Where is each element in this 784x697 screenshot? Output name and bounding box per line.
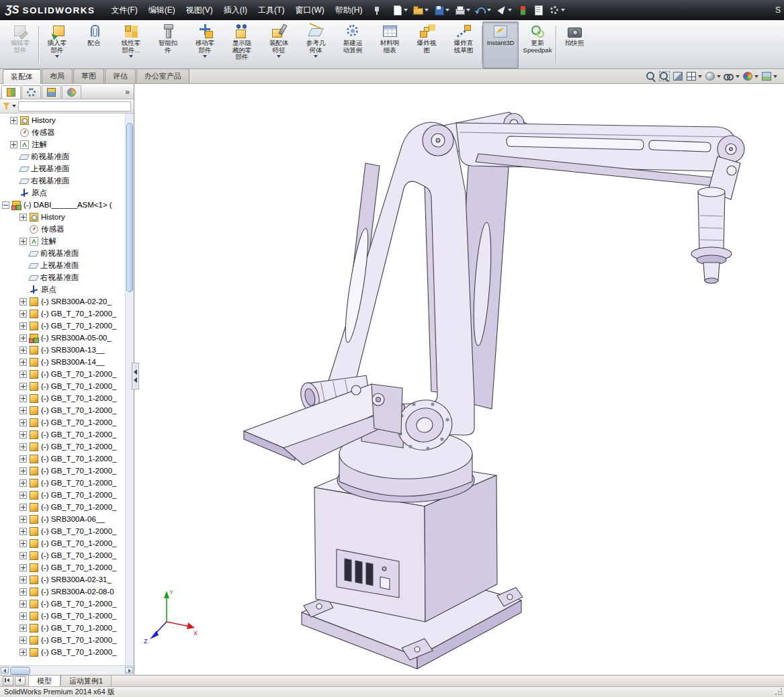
tree-expander[interactable]: [19, 540, 27, 547]
quick-tool-button[interactable]: [531, 4, 546, 16]
command-button[interactable]: Instant3D: [482, 21, 519, 68]
dropdown-caret[interactable]: [466, 9, 470, 11]
dropdown-caret[interactable]: [445, 9, 449, 11]
tree-item[interactable]: (-) GB_T_70_1-2000_: [0, 501, 126, 513]
tree-item[interactable]: (-) GB_T_70_1-2000_: [0, 392, 126, 404]
quick-tool-button[interactable]: [494, 4, 513, 16]
tree-item[interactable]: (-) GB_T_70_1-2000_: [0, 549, 126, 561]
tree-expander[interactable]: [19, 383, 27, 390]
quick-tool-button[interactable]: [453, 4, 472, 16]
tree-expander[interactable]: [19, 576, 27, 584]
tree-expander[interactable]: [19, 612, 27, 620]
dropdown-caret[interactable]: [754, 75, 758, 78]
dropdown-caret[interactable]: [277, 55, 281, 58]
tree-item[interactable]: (-) GB_T_70_1-2000_: [0, 622, 126, 634]
view-tool-button[interactable]: [672, 71, 683, 81]
panel-expand-button[interactable]: »: [125, 87, 134, 99]
dropdown-caret[interactable]: [508, 9, 512, 11]
view-tool-button[interactable]: [686, 71, 702, 81]
tree-item[interactable]: (-) GB_T_70_1-2000_: [0, 537, 126, 549]
tree-item[interactable]: (-) GB_T_70_1-2000_: [0, 320, 126, 332]
tree-item[interactable]: 右视基准面: [0, 271, 126, 283]
robot-model[interactable]: [244, 112, 744, 669]
tree-expander[interactable]: [19, 649, 27, 656]
tree-item[interactable]: (-) GB_T_70_1-2000_: [0, 477, 126, 489]
command-button[interactable]: 插入零 部件: [39, 21, 75, 68]
tree-item[interactable]: (-) GB_T_70_1-2000_: [0, 416, 126, 428]
panel-tab[interactable]: [42, 85, 61, 99]
command-button[interactable]: 拍快照: [556, 21, 593, 68]
tree-item[interactable]: (-) GB_T_70_1-2000_: [0, 465, 126, 477]
tree-expander[interactable]: [19, 479, 27, 487]
tree-expander[interactable]: [19, 504, 27, 511]
menu-item[interactable]: 插入(I): [218, 1, 253, 19]
tree-item[interactable]: 前视基准面: [0, 247, 126, 259]
model-tab[interactable]: 模型: [28, 676, 60, 686]
tree-vertical-scrollbar[interactable]: [125, 113, 134, 665]
tree-expander[interactable]: [2, 201, 9, 209]
dropdown-caret[interactable]: [12, 105, 16, 107]
tree-expander[interactable]: [19, 455, 27, 463]
command-button[interactable]: 配合: [76, 21, 112, 68]
resize-grip[interactable]: [775, 688, 782, 695]
command-button[interactable]: 装配体 特征: [261, 21, 297, 68]
view-tool-button[interactable]: [705, 71, 721, 81]
tree-item[interactable]: (-) GB_T_70_1-2000_: [0, 610, 126, 622]
tree-item[interactable]: (-) GB_T_70_1-2000_: [0, 598, 126, 610]
tree-item[interactable]: (-) GB_T_70_1-2000_: [0, 368, 126, 380]
tree-item[interactable]: 原点: [0, 283, 126, 295]
tree-item[interactable]: (-) SRB300A-02-31_: [0, 573, 126, 586]
tree-item[interactable]: 原点: [0, 187, 126, 199]
menu-item[interactable]: 编辑(E): [143, 1, 181, 19]
tree-horizontal-scrollbar[interactable]: [0, 665, 134, 675]
menu-item[interactable]: 窗口(W): [290, 1, 329, 19]
tree-expander[interactable]: [19, 334, 27, 342]
command-button[interactable]: 编辑零 部件: [2, 21, 38, 68]
dropdown-caret[interactable]: [698, 75, 702, 78]
tree-expander[interactable]: [19, 310, 27, 318]
dropdown-caret[interactable]: [736, 75, 740, 78]
commandmanager-tab[interactable]: 办公室产品: [136, 68, 189, 83]
tree-expander[interactable]: [19, 600, 27, 608]
command-button[interactable]: 更新 Speedpak: [519, 21, 556, 68]
tree-item[interactable]: (-) GB_T_70_1-2000_: [0, 646, 126, 658]
quick-tool-button[interactable]: [390, 4, 409, 16]
command-button[interactable]: 参考几 何体: [298, 21, 334, 68]
view-tool-button[interactable]: [761, 71, 777, 81]
tree-item[interactable]: (-) SRB300A-02-08-0: [0, 586, 126, 598]
tree-item[interactable]: (-) GB_T_70_1-2000_: [0, 428, 126, 440]
tree-expander[interactable]: [19, 431, 27, 438]
tree-expander[interactable]: [19, 322, 27, 330]
tree-item[interactable]: 上视基准面: [0, 162, 126, 175]
tree-item[interactable]: (-) DABI______ASM<1> (: [0, 199, 126, 211]
tree-item[interactable]: History: [0, 114, 126, 126]
commandmanager-tab[interactable]: 评估: [105, 68, 136, 83]
dropdown-caret[interactable]: [425, 9, 429, 11]
panel-tab[interactable]: [1, 85, 21, 99]
tree-item[interactable]: (-) GB_T_70_1-2000_: [0, 404, 126, 416]
scrollbar-thumb[interactable]: [126, 123, 133, 292]
commandmanager-tab[interactable]: 装配体: [3, 69, 41, 84]
tree-item[interactable]: (-) SRB300A-05-00_: [0, 332, 126, 344]
tree-expander[interactable]: [19, 492, 27, 499]
tree-expander[interactable]: [19, 637, 27, 644]
panel-splitter[interactable]: [132, 363, 139, 389]
command-button[interactable]: 智能扣 件: [150, 21, 186, 68]
view-tool-button[interactable]: [646, 71, 656, 81]
dropdown-caret[interactable]: [561, 9, 565, 11]
tree-expander[interactable]: [19, 443, 27, 451]
quick-tool-button[interactable]: [474, 4, 492, 16]
tree-expander[interactable]: [19, 214, 27, 221]
tree-expander[interactable]: [19, 588, 27, 596]
scroll-right-button[interactable]: [125, 667, 133, 673]
quick-tool-button[interactable]: [515, 4, 529, 16]
tree-expander[interactable]: [19, 467, 27, 475]
tree-item[interactable]: 前视基准面: [0, 150, 126, 162]
tree-expander[interactable]: [19, 419, 27, 426]
tree-item[interactable]: (-) SRB300A-13__: [0, 344, 126, 356]
tree-expander[interactable]: [19, 564, 27, 571]
command-button[interactable]: 显示隐 藏的零 部件: [224, 21, 260, 68]
panel-tab[interactable]: [62, 85, 81, 99]
tree-item[interactable]: (-) SRB300A-14__: [0, 356, 126, 368]
dropdown-caret[interactable]: [487, 9, 491, 11]
